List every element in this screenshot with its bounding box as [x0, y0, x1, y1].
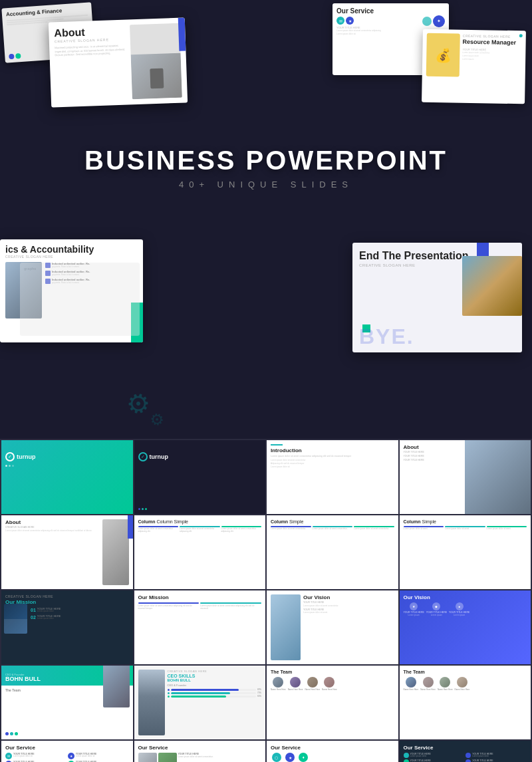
slide-service-1[interactable]: Our Service ✉ YOUR TITLE HERE Lorem ipsu… — [1, 741, 133, 762]
slide-col-simple-1[interactable]: Column Column Simple Lorem ipsum dolor s… — [134, 515, 266, 589]
mid-bg-slide: graphs — [20, 263, 140, 336]
slide-mission-dark[interactable]: CREATIVE SLOGAN HERE Our Mission 01 YOUR… — [1, 590, 133, 664]
slide-ceo-skills[interactable]: CREATIVE SLOGAN HERE CEO SKILLS BOHN BUL… — [134, 666, 266, 739]
hero-subtitle: 40+ UNIQUE SLIDES — [0, 180, 532, 190]
slides-grid: ✓ turnup ✓ turnup Introducti — [0, 439, 532, 762]
slide-service-2[interactable]: Our Service YOUR TITLE HERE Lorem ipsum … — [134, 741, 266, 762]
grid-row-5: Our Service ✉ YOUR TITLE HERE Lorem ipsu… — [1, 741, 531, 762]
service4-title: Our Service — [404, 745, 527, 751]
about-surfer-title: About — [404, 444, 527, 450]
vision-blue-title: Our Vision — [404, 594, 527, 600]
service3-title: Our Service — [271, 745, 394, 751]
vision-img-title: Our Vision — [303, 594, 394, 600]
slide-about-room[interactable]: About CREATIVE SLOGAN HERE Lorem ipsum d… — [1, 515, 133, 589]
slide-team-1[interactable]: CEO & Founder BOHN BULL The Team — [1, 666, 133, 739]
grid-row-4: CEO & Founder BOHN BULL The Team CRE — [1, 666, 531, 739]
mission-white-title: Our Mission — [138, 594, 262, 600]
hero-section: Accounting & Finance About CREATIVE SLOG… — [0, 0, 532, 226]
service-top-title: Our Service — [336, 7, 445, 15]
service1-title: Our Service — [5, 745, 129, 751]
slide-turnup-green[interactable]: ✓ turnup — [1, 440, 133, 514]
grid-row-2: About CREATIVE SLOGAN HERE Lorem ipsum d… — [1, 515, 531, 589]
slide-about-surfer[interactable]: About YOUR TITLE HERE YOUR TITLE HERE YO… — [400, 440, 531, 514]
slide-turnup-dark[interactable]: ✓ turnup — [134, 440, 266, 514]
end-presentation-slide: End The Presentation CREATIVE SLOGAN HER… — [352, 243, 522, 352]
slide-team-3[interactable]: The Team Name Here Here Name Here Here N… — [400, 666, 531, 739]
slide-mission-white[interactable]: Our Mission Lorem ipsum dolor sit amet c… — [134, 590, 266, 664]
floating-slide-resource: 💰 CREATIVE SLOGAN HERE Resource Manager … — [422, 29, 526, 104]
slide-service-3[interactable]: Our Service ⬡ Lorem ipsum ★ Lorem ipsum … — [267, 741, 398, 762]
slide-col-simple-3[interactable]: Column Simple Lorem ipsum dolor sit amet… — [400, 515, 531, 589]
hero-title-block: BUSINESS POWERPOINT 40+ UNIQUE SLIDES — [0, 146, 532, 190]
team3-title: The Team — [404, 670, 527, 674]
hero-main-title: BUSINESS POWERPOINT — [0, 146, 532, 176]
about-room-title: About — [5, 519, 100, 525]
slide-introduction[interactable]: Introduction Lorem ipsum dolor sit amet … — [267, 440, 398, 514]
slide-vision-blue[interactable]: Our Vision ★ YOUR TITLE HERE Lorem ipsum… — [400, 590, 531, 664]
ceo-skills-title: CEO SKILLS — [168, 674, 262, 678]
slide-col-simple-2[interactable]: Column Simple Lorem ipsum dolor sit amet… — [267, 515, 398, 589]
slide-service-4[interactable]: Our Service YOUR TITLE HERE Lorem ipsum … — [400, 741, 531, 762]
team1-name: BOHN BULL — [5, 676, 41, 682]
floating-slide-about: About CREATIVE SLOGAN HERE Maximed proje… — [49, 17, 188, 107]
slide-team-2[interactable]: The Team Name Here Here Name Here Here N… — [267, 666, 398, 739]
bye-text: BYE. — [359, 324, 414, 349]
team2-title: The Team — [271, 670, 394, 674]
grid-row-1: ✓ turnup ✓ turnup Introducti — [1, 440, 531, 514]
turnup-green-label: turnup — [17, 453, 36, 460]
resource-title: Resource Manager — [463, 39, 522, 47]
service2-title: Our Service — [138, 745, 262, 751]
grid-row-3: CREATIVE SLOGAN HERE Our Mission 01 YOUR… — [1, 590, 531, 664]
mid-section: ics & Accountability CREATIVE SLOGAN HER… — [0, 226, 532, 439]
ethics-title: ics & Accountability — [5, 245, 138, 255]
turnup-dark-label: turnup — [150, 453, 169, 460]
slide-vision-img[interactable]: Our Vision YOUR TITLE HERE Lorem ipsum d… — [267, 590, 398, 664]
intro-title: Introduction — [271, 447, 394, 453]
